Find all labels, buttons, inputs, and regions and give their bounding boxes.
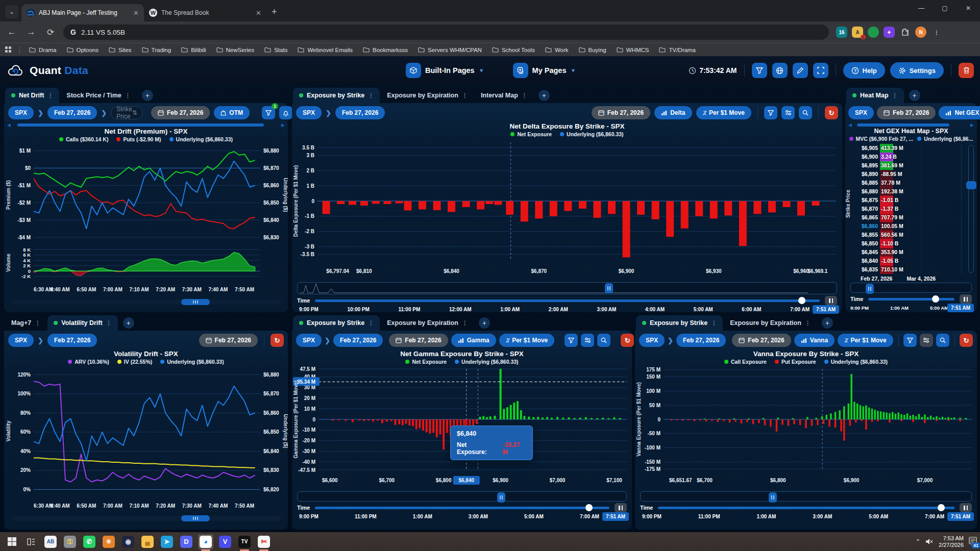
filter-button[interactable] — [565, 334, 578, 347]
date-pill[interactable]: Feb 27, 2026 — [676, 334, 726, 347]
settings-button[interactable]: Settings — [890, 62, 944, 79]
delta-chart[interactable]: 3.5 B3 B2 B1 B0-1 B-2 B-3 B-3.5 B$6,797.… — [292, 138, 842, 279]
pause-button[interactable] — [960, 503, 972, 512]
filter-button[interactable]: 1 — [262, 106, 275, 119]
task-view-button[interactable] — [23, 534, 39, 549]
range-navigator[interactable] — [640, 491, 972, 502]
reset-button[interactable]: ↻ — [825, 106, 838, 119]
my-pages-dropdown[interactable]: My Pages ▼ — [513, 63, 576, 78]
legend-item[interactable]: Underlying ($6,860.33) — [160, 359, 224, 365]
profile-avatar[interactable]: N — [915, 27, 926, 38]
taskbar-app-clip[interactable]: ✄ — [256, 534, 272, 549]
notifications-button[interactable]: 41 — [969, 537, 977, 546]
legend-item[interactable]: Put Exposure — [775, 359, 816, 365]
symbol-pill[interactable]: SPX — [8, 106, 34, 119]
address-bar[interactable]: G 2.11 VS 5.05B — [63, 24, 829, 40]
taskbar-app-eye[interactable]: ◉ — [120, 534, 136, 549]
bottom-scroll-slider[interactable] — [11, 516, 281, 521]
heatmap-row[interactable]: $6,850-1.10 B — [845, 239, 977, 248]
heatmap-row[interactable]: $6,860100.05 M — [845, 222, 977, 231]
tab-exposure-by-strike[interactable]: Exposure by Strike⋮ — [636, 315, 723, 331]
calendar-date-pill[interactable]: Feb 27, 2026 — [151, 106, 210, 119]
pause-button[interactable] — [615, 503, 627, 512]
legend-item[interactable]: Net Exposure — [405, 359, 447, 365]
add-tab-button[interactable]: + — [479, 317, 490, 329]
legend-item[interactable]: Underlying ($6,860.33) — [560, 131, 623, 137]
add-tab-button[interactable]: + — [822, 317, 833, 329]
heatmap-row[interactable]: $6,880192.38 M — [845, 187, 977, 196]
tab-menu-icon[interactable]: ⋮ — [462, 92, 468, 99]
bookmark-item[interactable]: Work — [541, 45, 573, 55]
legend-item[interactable]: Underlying ($6,860.33) — [824, 359, 888, 365]
metric-pill[interactable]: Net GEX — [939, 106, 980, 119]
heatmap-row[interactable]: $6,855560.56 M — [845, 231, 977, 239]
tab-stock-price-time[interactable]: Stock Price / Time⋮ — [60, 88, 136, 103]
bookmark-item[interactable]: Drama — [25, 45, 61, 55]
navigator-handle[interactable] — [766, 490, 779, 505]
tab-menu-icon[interactable]: ⋮ — [125, 92, 131, 99]
per-move-pill[interactable]: ٪Per $1 Move — [499, 334, 555, 347]
window-minimize-button[interactable]: — — [910, 0, 933, 16]
tab-search-button[interactable]: ⌄ — [5, 5, 18, 18]
taskbar-app-word[interactable]: AB — [43, 534, 58, 549]
time-slider[interactable] — [315, 299, 820, 302]
tab-menu-icon[interactable]: ⋮ — [462, 320, 468, 327]
heatmap-row[interactable]: $6,865707.79 M — [845, 213, 977, 222]
tab-exposure-by-strike[interactable]: Exposure by Strike⋮ — [293, 315, 380, 331]
add-tab-button[interactable]: + — [142, 90, 153, 101]
date-pill[interactable]: Feb 27, 2026 — [335, 106, 385, 119]
legend-item[interactable]: Underlying ($6,86... — [917, 136, 973, 142]
apps-grid-icon[interactable] — [5, 46, 12, 54]
tab-exposure-by-expiration[interactable]: Exposure by Expiration⋮ — [381, 315, 474, 331]
extension-icon-purple[interactable]: ✦ — [884, 27, 895, 38]
bookmark-item[interactable]: School Tools — [488, 45, 539, 55]
panel-hscrollbar[interactable]: ◀▶ — [845, 122, 977, 128]
net-drift-chart[interactable]: $1 M$0-$1 M-$2 M-$3 M-$4 M$6,880$6,870$6… — [4, 143, 288, 296]
tab-exposure-by-expiration[interactable]: Exposure by Expiration⋮ — [381, 88, 474, 103]
time-slider-knob[interactable] — [938, 504, 945, 511]
globe-button[interactable] — [772, 63, 788, 78]
metric-pill[interactable]: Gamma — [451, 334, 496, 347]
heatmap-vscroll-handle[interactable] — [966, 181, 976, 189]
window-maximize-button[interactable]: ▢ — [933, 0, 957, 16]
pause-button[interactable] — [825, 296, 837, 305]
legend-item[interactable]: MVC ($6,900 Feb 27, ... — [849, 136, 914, 142]
symbol-pill[interactable]: SPX — [848, 106, 874, 119]
range-navigator[interactable] — [850, 283, 972, 293]
filter-button[interactable] — [752, 63, 767, 78]
legend-item[interactable]: Call Exposure — [724, 359, 767, 365]
add-tab-button[interactable]: + — [909, 90, 920, 101]
taskbar-app-key[interactable]: ⚿ — [62, 534, 78, 549]
tray-clock[interactable]: 7:53 AM 2/27/2026 — [939, 535, 964, 548]
tab-menu-icon[interactable]: ⋮ — [47, 92, 53, 99]
tab-close-icon[interactable]: ✕ — [256, 9, 261, 17]
range-navigator[interactable] — [297, 282, 837, 294]
calendar-date-pill[interactable]: Feb 27, 2026 — [389, 334, 448, 347]
time-slider-knob[interactable] — [932, 295, 939, 303]
heatmap-row[interactable]: $6,840-1.05 B — [845, 257, 977, 265]
symbol-pill[interactable]: SPX — [296, 106, 322, 119]
extension-icon-16[interactable]: 16 — [836, 27, 847, 38]
filter-button[interactable] — [764, 106, 777, 119]
bookmark-item[interactable]: Webnovel Emails — [293, 45, 357, 55]
reload-button[interactable]: ⟳ — [43, 24, 58, 40]
navigator-handle[interactable] — [863, 281, 876, 296]
calendar-date-pill[interactable]: Feb 27, 2026 — [199, 334, 258, 347]
calendar-date-pill[interactable]: Feb 27, 2026 — [592, 106, 650, 119]
start-button[interactable] — [4, 534, 19, 549]
time-slider[interactable] — [868, 298, 954, 300]
bottom-scroll-slider[interactable] — [11, 299, 281, 305]
browser-menu-icon[interactable]: ⋮ — [931, 27, 942, 38]
legend-item[interactable]: Underlying ($6,860.33) — [169, 136, 233, 142]
legend-item[interactable]: Calls ($360.14 K) — [59, 136, 108, 142]
add-tab-button[interactable]: + — [538, 90, 550, 101]
new-tab-button[interactable]: + — [272, 7, 277, 17]
forward-button[interactable]: → — [23, 24, 39, 40]
help-button[interactable]: ?Help — [843, 62, 885, 79]
zoom-button[interactable] — [597, 334, 610, 347]
calendar-date-pill[interactable]: Feb 27, 2026 — [732, 334, 791, 347]
date-pill[interactable]: Feb 27, 2026 — [333, 334, 383, 347]
heatmap-row[interactable]: $6,9003.24 B — [845, 153, 977, 161]
edit-button[interactable] — [793, 63, 808, 78]
time-slider-knob[interactable] — [798, 297, 805, 304]
